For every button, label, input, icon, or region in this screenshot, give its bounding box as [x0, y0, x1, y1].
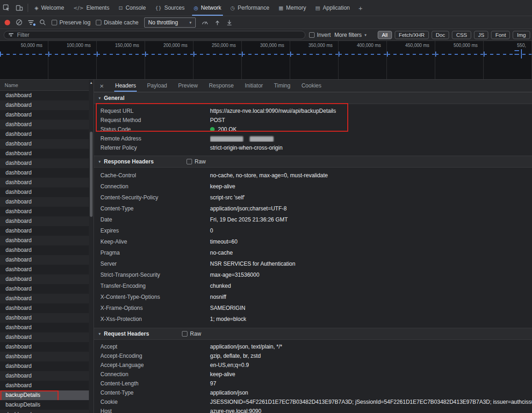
request-row[interactable]: dashboard: [0, 197, 89, 207]
header-name: Cache-Control: [100, 172, 210, 179]
request-row[interactable]: dashboard: [0, 274, 89, 284]
request-row[interactable]: dashboard: [0, 323, 89, 332]
panel-tab[interactable]: ▦ Memory: [274, 0, 311, 16]
request-row[interactable]: dashboard: [0, 100, 89, 110]
throttling-select[interactable]: No throttling ▾: [144, 17, 196, 28]
request-row[interactable]: dashboard: [0, 139, 89, 149]
request-headers-section-header[interactable]: ▾ Request Headers Raw: [94, 328, 532, 340]
close-icon[interactable]: ×: [94, 80, 110, 92]
disable-cache-checkbox[interactable]: Disable cache: [96, 19, 138, 26]
filter-chip[interactable]: Fetch/XHR: [395, 31, 429, 39]
request-row[interactable]: dashboard: [0, 120, 89, 129]
timeline-tick-label: 150,000 ms: [115, 43, 139, 48]
panel-tab[interactable]: ⊡ Console: [114, 0, 150, 16]
header-name: Referrer Policy: [100, 145, 210, 151]
panel-tab-icon: ◷: [230, 5, 235, 11]
scrollbar-thumb[interactable]: [90, 132, 93, 217]
filter-input[interactable]: Filter: [4, 31, 305, 39]
details-tab[interactable]: Response: [203, 80, 239, 92]
preserve-log-checkbox[interactable]: Preserve log: [52, 19, 90, 26]
request-row[interactable]: dashboard: [0, 226, 89, 236]
request-row[interactable]: dashboard: [0, 255, 89, 265]
more-tabs-button[interactable]: +: [355, 0, 367, 16]
checkbox: [96, 20, 101, 25]
export-har-icon[interactable]: [226, 19, 233, 26]
filter-toggle-icon[interactable]: [28, 20, 34, 25]
raw-checkbox[interactable]: Raw: [187, 158, 206, 165]
header-row: Date Fri, 19 Dec 2025 21:36:26 GMT: [94, 214, 532, 225]
panel-tab[interactable]: ◎ Network: [189, 0, 226, 16]
panel-tab[interactable]: ◈ Welcome: [30, 0, 69, 16]
network-overview-timeline[interactable]: 50,000 ms 100,000 ms 150,000 ms 200,000 …: [0, 41, 532, 80]
header-value: script-src 'self': [210, 194, 532, 201]
filter-chip[interactable]: JS: [474, 31, 488, 39]
request-row[interactable]: dashboard: [0, 265, 89, 274]
request-row[interactable]: dashboard: [0, 207, 89, 216]
response-headers-section-header[interactable]: ▾ Response Headers Raw: [94, 156, 532, 168]
header-value: azure-nve.local:9090: [210, 408, 532, 413]
device-toolbar-icon[interactable]: [13, 0, 26, 16]
raw-checkbox[interactable]: Raw: [182, 331, 201, 337]
headers-pane: ▾ General Request URL https://azure-nve.…: [94, 92, 532, 413]
request-row[interactable]: backupDetails: [0, 400, 89, 410]
timeline-segment: 550,: [484, 41, 532, 79]
record-button[interactable]: [5, 20, 10, 25]
filter-chip[interactable]: All: [378, 31, 392, 39]
panel-tab[interactable]: </> Elements: [69, 0, 114, 16]
chevron-down-icon: ▾: [364, 33, 367, 37]
scroll-up-arrow[interactable]: ▲: [89, 80, 94, 85]
filter-chip[interactable]: Img: [513, 31, 530, 39]
request-row[interactable]: dashboard: [0, 371, 89, 381]
request-row[interactable]: dashboard: [0, 158, 89, 168]
request-row[interactable]: backupDetails: [0, 390, 89, 400]
request-row[interactable]: dashboard: [0, 303, 89, 313]
request-row[interactable]: dashboard: [0, 168, 89, 178]
request-row[interactable]: dashboard: [0, 216, 89, 226]
request-row[interactable]: dashboard: [0, 129, 89, 139]
network-conditions-icon[interactable]: [201, 19, 209, 26]
clear-icon[interactable]: [16, 19, 23, 26]
request-row[interactable]: dashboard: [0, 410, 89, 413]
request-row[interactable]: dashboard: [0, 178, 89, 187]
request-row[interactable]: dashboard: [0, 381, 89, 390]
timeline-segment: 350,000 ms: [290, 41, 339, 79]
panel-tab[interactable]: ▤ Application: [310, 0, 354, 16]
search-icon[interactable]: [39, 19, 46, 26]
filter-chip[interactable]: Font: [491, 31, 510, 39]
header-row: X-Content-Type-Options nosniff: [94, 291, 532, 302]
name-column-header[interactable]: Name: [0, 80, 94, 91]
details-tab[interactable]: Preview: [173, 80, 204, 92]
invert-checkbox[interactable]: Invert: [309, 32, 331, 38]
request-row[interactable]: dashboard: [0, 313, 89, 323]
request-row[interactable]: dashboard: [0, 361, 89, 371]
more-filters-button[interactable]: More filters ▾: [334, 32, 367, 38]
request-row[interactable]: dashboard: [0, 342, 89, 352]
details-tab[interactable]: Cookies: [296, 80, 327, 92]
request-row[interactable]: dashboard: [0, 332, 89, 342]
request-row[interactable]: dashboard: [0, 294, 89, 303]
details-tab[interactable]: Headers: [110, 80, 141, 92]
details-tab[interactable]: Initiator: [239, 80, 268, 92]
panel-tab-label: Memory: [286, 5, 306, 11]
panel-tab[interactable]: {} Sources: [151, 0, 189, 16]
request-row[interactable]: dashboard: [0, 187, 89, 197]
request-row[interactable]: dashboard: [0, 236, 89, 245]
panel-tab[interactable]: ◷ Performance: [226, 0, 274, 16]
request-row[interactable]: dashboard: [0, 149, 89, 158]
request-row[interactable]: dashboard: [0, 245, 89, 255]
panel-tab-icon: </>: [73, 5, 83, 11]
request-details-panel: × Headers Payload Preview Response Initi…: [94, 80, 532, 413]
request-row[interactable]: dashboard: [0, 284, 89, 294]
details-tab[interactable]: Timing: [269, 80, 296, 92]
import-har-icon[interactable]: [214, 19, 221, 26]
general-section-header[interactable]: ▾ General: [94, 92, 532, 104]
request-row[interactable]: dashboard: [0, 110, 89, 120]
details-tab[interactable]: Payload: [141, 80, 172, 92]
inspect-element-icon[interactable]: [0, 0, 13, 16]
section-title: Request Headers: [104, 331, 149, 337]
request-row[interactable]: dashboard: [0, 352, 89, 361]
filter-chip[interactable]: CSS: [452, 31, 471, 39]
request-row[interactable]: dashboard: [0, 91, 89, 100]
header-name: Date: [100, 216, 210, 223]
filter-chip[interactable]: Doc: [432, 31, 449, 39]
